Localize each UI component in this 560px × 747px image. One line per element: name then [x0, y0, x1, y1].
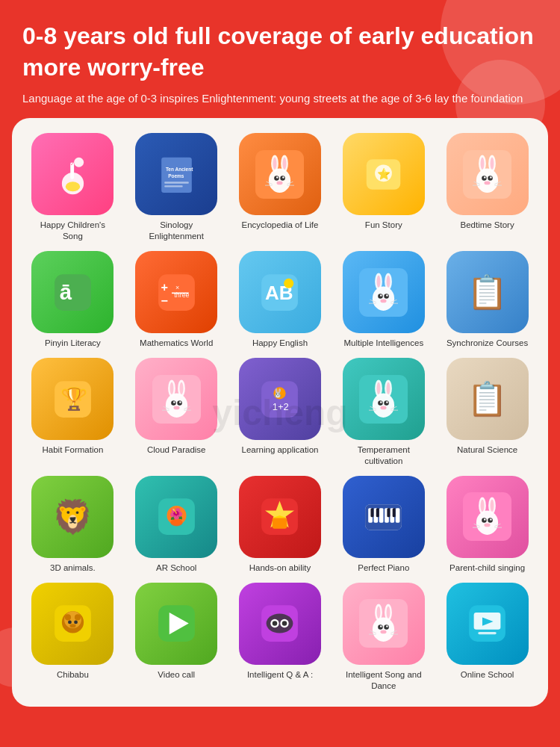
- svg-point-77: [166, 393, 187, 418]
- app-item-cloud-paradise[interactable]: Cloud Paradise: [126, 358, 227, 467]
- svg-point-60: [373, 286, 394, 311]
- svg-point-63: [380, 294, 382, 296]
- svg-point-59: [387, 275, 391, 287]
- app-label-multiple-intelligences: Multiple Intelligences: [343, 338, 423, 349]
- app-item-synchronize-courses[interactable]: 📋Synchronize Courses: [437, 251, 538, 349]
- app-icon-cloud-paradise[interactable]: [135, 358, 217, 440]
- svg-text:1+2: 1+2: [273, 401, 289, 412]
- svg-rect-10: [164, 185, 182, 187]
- app-item-multiple-intelligences[interactable]: Multiple Intelligences: [333, 251, 434, 349]
- app-label-pinyin-literacy: Pinyin Literacy: [45, 338, 101, 349]
- svg-text:Poems: Poems: [168, 173, 184, 179]
- app-icon-encyclopedia-of-life[interactable]: [239, 133, 321, 215]
- app-item-intelligent-song-dance[interactable]: Intelligent Song and Dance: [333, 583, 434, 692]
- svg-rect-123: [376, 509, 379, 518]
- svg-point-156: [282, 622, 287, 627]
- svg-point-96: [373, 393, 394, 418]
- app-label-bedtime-story: Bedtime Story: [460, 220, 514, 231]
- app-item-intelligent-qa[interactable]: Intelligent Q & A :: [230, 583, 331, 692]
- app-icon-learning-application[interactable]: 🐰 1+2: [239, 358, 321, 440]
- app-label-happy-childrens-song: Happy Children's Song: [31, 220, 113, 242]
- app-item-bedtime-story[interactable]: Bedtime Story: [437, 133, 538, 242]
- app-icon-bedtime-story[interactable]: [447, 133, 529, 215]
- apps-container: yicheng ♪ Happy Children's Song Ten Anci…: [12, 118, 548, 707]
- app-icon-intelligent-qa[interactable]: [239, 583, 321, 665]
- app-item-happy-childrens-song[interactable]: ♪ Happy Children's Song: [22, 133, 123, 242]
- app-item-3d-animals[interactable]: 🦁3D animals.: [22, 476, 123, 574]
- svg-point-58: [377, 275, 381, 287]
- app-item-online-school[interactable]: Online School: [437, 583, 538, 692]
- svg-point-146: [68, 621, 72, 624]
- app-icon-temperament-cultivation[interactable]: [343, 358, 425, 440]
- svg-point-131: [476, 511, 498, 536]
- app-icon-ar-school[interactable]: 🌺: [135, 476, 217, 558]
- svg-point-100: [386, 401, 388, 403]
- app-icon-pinyin-literacy[interactable]: ā: [31, 251, 113, 333]
- app-item-ar-school[interactable]: 🌺 AR School: [126, 476, 227, 574]
- svg-point-165: [380, 626, 382, 627]
- app-icon-multiple-intelligences[interactable]: [343, 251, 425, 333]
- app-icon-parent-child-singing[interactable]: [447, 476, 529, 558]
- svg-rect-112: [273, 518, 287, 530]
- app-label-cloud-paradise: Cloud Paradise: [147, 444, 206, 456]
- svg-rect-9: [164, 182, 189, 183]
- app-label-online-school: Online School: [461, 669, 514, 681]
- app-label-intelligent-song-dance: Intelligent Song and Dance: [343, 669, 425, 692]
- app-icon-chibabu[interactable]: [31, 583, 113, 665]
- svg-point-152: [267, 614, 293, 633]
- app-item-habit-formation[interactable]: 🏆 Habit Formation: [22, 358, 123, 467]
- svg-point-3: [74, 157, 84, 167]
- app-icon-video-call[interactable]: [135, 583, 217, 665]
- app-icon-online-school[interactable]: [447, 583, 529, 665]
- svg-point-129: [481, 500, 485, 512]
- svg-text:♪: ♪: [70, 159, 73, 166]
- app-item-natural-science[interactable]: 📋Natural Science: [437, 358, 538, 467]
- apps-grid: ♪ Happy Children's Song Ten Ancient Poem…: [19, 133, 541, 692]
- svg-point-19: [277, 176, 279, 178]
- app-icon-habit-formation[interactable]: 🏆: [31, 358, 113, 440]
- svg-point-21: [277, 181, 283, 185]
- app-icon-fun-story[interactable]: ⭐: [343, 133, 425, 215]
- app-icon-perfect-piano[interactable]: [343, 476, 425, 558]
- app-icon-natural-science[interactable]: 📋: [447, 358, 529, 440]
- app-icon-mathematics-world[interactable]: + − × three: [135, 251, 217, 333]
- app-item-encyclopedia-of-life[interactable]: Encyclopedia of Life: [230, 133, 331, 242]
- app-item-fun-story[interactable]: ⭐ Fun Story: [333, 133, 434, 242]
- app-label-sinology-enlightenment: Sinology Enlightenment: [135, 220, 217, 242]
- app-item-sinology-enlightenment[interactable]: Ten Ancient Poems Sinology Enlightenment: [126, 133, 227, 242]
- svg-text:−: −: [161, 293, 168, 306]
- app-icon-synchronize-courses[interactable]: 📋: [447, 251, 529, 333]
- app-icon-hands-on-ability[interactable]: [239, 476, 321, 558]
- app-icon-happy-childrens-song[interactable]: ♪: [31, 133, 113, 215]
- svg-point-32: [481, 157, 485, 169]
- app-item-perfect-piano[interactable]: Perfect Piano: [333, 476, 434, 574]
- svg-point-14: [273, 157, 277, 169]
- svg-rect-125: [393, 509, 396, 518]
- app-item-happy-english[interactable]: AB Happy English: [230, 251, 331, 349]
- app-item-temperament-cultivation[interactable]: Temperament cultivation: [333, 358, 434, 467]
- app-label-fun-story: Fun Story: [365, 220, 402, 231]
- app-item-video-call[interactable]: Video call: [126, 583, 227, 692]
- app-item-parent-child-singing[interactable]: Parent-child singing: [437, 476, 538, 574]
- app-icon-sinology-enlightenment[interactable]: Ten Ancient Poems: [135, 133, 217, 215]
- app-item-pinyin-literacy[interactable]: ā Pinyin Literacy: [22, 251, 123, 349]
- app-label-encyclopedia-of-life: Encyclopedia of Life: [242, 220, 319, 231]
- app-item-mathematics-world[interactable]: + − × three Mathematics World: [126, 251, 227, 349]
- app-item-hands-on-ability[interactable]: Hands-on ability: [230, 476, 331, 574]
- app-label-temperament-cultivation: Temperament cultivation: [343, 444, 425, 467]
- app-label-video-call: Video call: [158, 669, 195, 681]
- app-item-chibabu[interactable]: Chibabu: [22, 583, 123, 692]
- svg-point-130: [491, 500, 494, 512]
- svg-point-81: [179, 401, 181, 403]
- app-item-learning-application[interactable]: 🐰 1+2 Learning application: [230, 358, 331, 467]
- svg-point-95: [387, 382, 391, 394]
- svg-point-161: [387, 607, 391, 619]
- app-icon-intelligent-song-dance[interactable]: [343, 583, 425, 665]
- svg-point-76: [179, 382, 183, 394]
- app-label-synchronize-courses: Synchronize Courses: [447, 338, 528, 349]
- app-icon-3d-animals[interactable]: 🦁: [31, 476, 113, 558]
- app-icon-happy-english[interactable]: AB: [239, 251, 321, 333]
- app-label-intelligent-qa: Intelligent Q & A :: [247, 669, 313, 681]
- app-label-chibabu: Chibabu: [57, 669, 89, 681]
- svg-point-160: [377, 607, 381, 619]
